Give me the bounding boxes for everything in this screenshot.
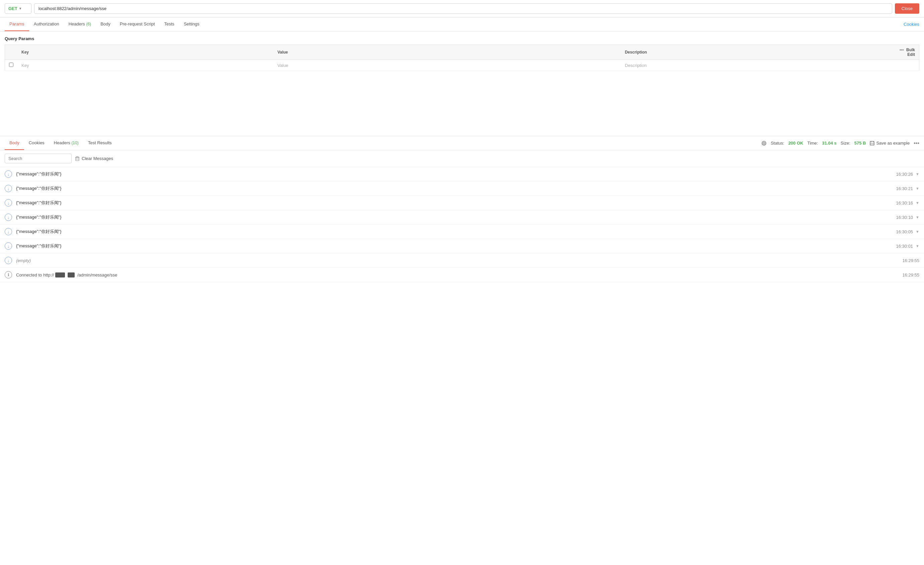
search-bar: Clear Messages: [0, 150, 924, 167]
request-tabs-row: Params Authorization Headers (6) Body Pr…: [0, 17, 924, 31]
row-checkbox[interactable]: [5, 60, 18, 71]
arrow-down-icon: ↓: [4, 242, 12, 250]
message-meta: 16:30:05 ▼: [896, 229, 920, 234]
url-bar: GET ▼ Close: [0, 0, 924, 17]
message-content: {"message":"你好乐闻"}: [16, 243, 896, 249]
table-row: Key Value Description: [5, 60, 920, 71]
globe-icon: [761, 141, 766, 146]
value-col-header: Value: [273, 45, 621, 60]
save-icon: [870, 141, 874, 145]
close-button[interactable]: Close: [895, 3, 920, 14]
list-item[interactable]: ↓ {"message":"你好乐闻"} 16:30:26 ▼: [0, 167, 924, 181]
response-tab-test-results[interactable]: Test Results: [83, 136, 117, 150]
status-value: 200 OK: [788, 141, 804, 145]
redacted-url-part2: [68, 273, 75, 277]
key-col-header: Key: [17, 45, 273, 60]
list-item[interactable]: ↓ {"message":"你好乐闻"} 16:30:10 ▼: [0, 210, 924, 225]
size-label: Size:: [841, 141, 850, 145]
search-input[interactable]: [4, 154, 72, 163]
arrow-down-icon: ↓: [4, 185, 12, 192]
headers-badge: (6): [86, 22, 91, 27]
bulk-edit-header[interactable]: ••• Bulk Edit: [895, 45, 920, 60]
message-meta: 16:30:21 ▼: [896, 186, 920, 191]
row-checkbox-input[interactable]: [9, 63, 14, 67]
expand-icon: ▼: [916, 186, 920, 190]
tab-tests[interactable]: Tests: [160, 17, 179, 31]
method-select[interactable]: GET ▼: [4, 3, 32, 14]
more-options-button[interactable]: •••: [914, 140, 920, 146]
list-item[interactable]: ↓ {"message":"你好乐闻"} 16:30:16 ▼: [0, 196, 924, 210]
tab-headers[interactable]: Headers (6): [64, 17, 96, 31]
message-meta: 16:30:26 ▼: [896, 172, 920, 177]
list-item[interactable]: ↓ {"message":"你好乐闻"} 16:30:01 ▼: [0, 239, 924, 253]
clear-messages-button[interactable]: Clear Messages: [75, 156, 113, 161]
tab-settings[interactable]: Settings: [179, 17, 204, 31]
tab-body[interactable]: Body: [96, 17, 115, 31]
request-tabs-right: Cookies: [904, 22, 920, 27]
trash-icon: [75, 156, 80, 161]
response-tabs-row: Body Cookies Headers (10) Test Results S…: [0, 136, 924, 150]
arrow-down-icon: ↓: [4, 170, 12, 178]
method-label: GET: [8, 6, 17, 11]
response-tabs-left: Body Cookies Headers (10) Test Results: [4, 136, 117, 150]
response-tab-headers[interactable]: Headers (10): [49, 136, 83, 150]
list-item[interactable]: ℹ Connected to http:// ​​​​​​​​ /admin/m…: [0, 268, 924, 282]
desc-cell[interactable]: Description: [621, 60, 895, 71]
arrow-down-icon: ↓: [4, 228, 12, 235]
message-meta: 16:29:55: [902, 273, 920, 277]
message-content: {"message":"你好乐闻"}: [16, 171, 896, 177]
message-meta: 16:30:16 ▼: [896, 201, 920, 205]
expand-icon: ▼: [916, 244, 920, 248]
svg-rect-5: [870, 141, 874, 145]
size-value: 575 B: [854, 141, 866, 145]
message-content: {"message":"你好乐闻"}: [16, 200, 896, 206]
value-cell[interactable]: Value: [273, 60, 621, 71]
checkbox-col-header: [5, 45, 18, 60]
expand-icon: ▼: [916, 201, 920, 205]
save-example-button[interactable]: Save as example: [870, 141, 910, 145]
message-content: (empty): [16, 258, 902, 263]
status-label: Status:: [771, 141, 784, 145]
time-label: Time:: [807, 141, 818, 145]
list-item[interactable]: ↓ {"message":"你好乐闻"} 16:30:21 ▼: [0, 181, 924, 196]
tab-params[interactable]: Params: [4, 17, 29, 31]
response-tab-cookies[interactable]: Cookies: [24, 136, 49, 150]
redacted-url-part1: ​​​​​​​​: [55, 273, 65, 277]
method-chevron-icon: ▼: [19, 7, 22, 10]
message-list: ↓ {"message":"你好乐闻"} 16:30:26 ▼ ↓ {"mess…: [0, 167, 924, 282]
bulk-dots-icon: •••: [900, 48, 904, 52]
message-content: Connected to http:// ​​​​​​​​ /admin/mes…: [16, 273, 902, 277]
expand-icon: ▼: [916, 172, 920, 176]
tab-authorization[interactable]: Authorization: [29, 17, 64, 31]
message-meta: 16:30:01 ▼: [896, 244, 920, 249]
cookies-link[interactable]: Cookies: [904, 22, 920, 27]
response-tabs-right: Status: 200 OK Time: 31.04 s Size: 575 B…: [761, 140, 920, 146]
bulk-cell: [895, 60, 920, 71]
message-content: {"message":"你好乐闻"}: [16, 186, 896, 192]
spacer: [0, 76, 924, 136]
message-meta: 16:30:10 ▼: [896, 215, 920, 220]
desc-col-header: Description: [621, 45, 895, 60]
response-headers-badge: (10): [71, 141, 78, 145]
response-tab-body[interactable]: Body: [4, 136, 24, 150]
time-value: 31.04 s: [822, 141, 836, 145]
message-content: {"message":"你好乐闻"}: [16, 229, 896, 235]
key-cell[interactable]: Key: [17, 60, 273, 71]
list-item[interactable]: ↓ {"message":"你好乐闻"} 16:30:05 ▼: [0, 225, 924, 239]
query-params-title: Query Params: [4, 36, 920, 41]
url-input[interactable]: [34, 3, 892, 14]
arrow-down-icon: ↓: [4, 214, 12, 221]
arrow-down-icon: ↓: [4, 199, 12, 207]
list-item[interactable]: ↓ (empty) 16:29:55: [0, 253, 924, 268]
arrow-down-icon: ↓: [4, 257, 12, 264]
response-section: Body Cookies Headers (10) Test Results S…: [0, 136, 924, 282]
svg-rect-9: [76, 157, 79, 161]
tab-pre-request[interactable]: Pre-request Script: [115, 17, 160, 31]
request-tabs-left: Params Authorization Headers (6) Body Pr…: [4, 17, 204, 31]
expand-icon: ▼: [916, 229, 920, 234]
message-content: {"message":"你好乐闻"}: [16, 214, 896, 220]
info-icon: ℹ: [4, 271, 12, 279]
expand-icon: ▼: [916, 215, 920, 219]
message-meta: 16:29:55: [902, 258, 920, 263]
params-table: Key Value Description ••• Bulk Edit Key: [4, 45, 920, 71]
